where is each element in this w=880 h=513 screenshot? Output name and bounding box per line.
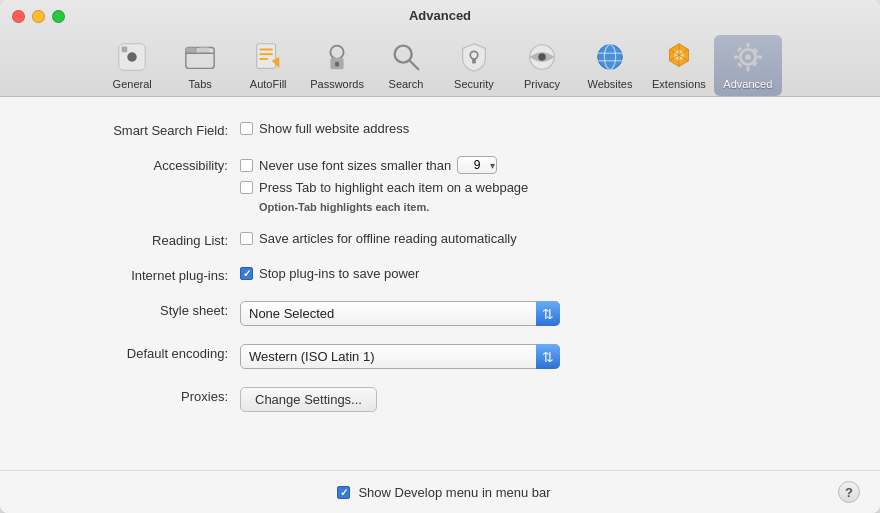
style-sheet-select-wrapper: None Selected ⇅ — [240, 301, 560, 326]
svg-rect-34 — [734, 56, 739, 59]
tabs-icon — [182, 39, 218, 75]
develop-menu-checkbox[interactable] — [337, 486, 350, 499]
proxies-label: Proxies: — [40, 387, 240, 404]
default-encoding-label: Default encoding: — [40, 344, 240, 361]
toolbar-item-extensions[interactable]: Extensions — [644, 35, 714, 96]
svg-point-20 — [538, 53, 546, 61]
svg-rect-4 — [186, 48, 197, 54]
toolbar-item-privacy[interactable]: Privacy — [508, 35, 576, 96]
minimize-button[interactable] — [32, 10, 45, 23]
smart-search-checkbox[interactable] — [240, 122, 253, 135]
toolbar-item-search[interactable]: Search — [372, 35, 440, 96]
reading-list-option-row: Save articles for offline reading automa… — [240, 231, 517, 246]
reading-list-controls: Save articles for offline reading automa… — [240, 231, 517, 246]
default-encoding-row: Default encoding: Western (ISO Latin 1) … — [40, 344, 840, 369]
style-sheet-controls: None Selected ⇅ — [240, 301, 560, 326]
advanced-label: Advanced — [723, 78, 772, 90]
svg-rect-33 — [746, 66, 749, 71]
svg-point-12 — [330, 46, 343, 59]
default-encoding-select[interactable]: Western (ISO Latin 1) Unicode (UTF-8) — [240, 344, 560, 369]
smart-search-label: Smart Search Field: — [40, 121, 240, 138]
svg-rect-18 — [472, 58, 476, 64]
accessibility-label: Accessibility: — [40, 156, 240, 173]
develop-menu-row: Show Develop menu in menu bar — [50, 485, 838, 500]
internet-plugins-label: Internet plug-ins: — [40, 266, 240, 283]
svg-rect-2 — [122, 47, 128, 53]
font-size-checkbox[interactable] — [240, 159, 253, 172]
develop-menu-label: Show Develop menu in menu bar — [358, 485, 550, 500]
svg-line-16 — [410, 61, 419, 70]
autofill-icon — [250, 39, 286, 75]
window-title: Advanced — [409, 8, 471, 23]
font-size-select-wrapper: 9 10 11 12 14 — [457, 156, 497, 174]
reading-list-option-label: Save articles for offline reading automa… — [259, 231, 517, 246]
title-bar: Advanced General — [0, 0, 880, 97]
websites-label: Websites — [587, 78, 632, 90]
content-area: Smart Search Field: Show full website ad… — [0, 97, 880, 470]
change-settings-button[interactable]: Change Settings... — [240, 387, 377, 412]
toolbar-item-autofill[interactable]: AutoFill — [234, 35, 302, 96]
svg-rect-32 — [746, 43, 749, 48]
close-button[interactable] — [12, 10, 25, 23]
autofill-label: AutoFill — [250, 78, 287, 90]
extensions-icon — [661, 39, 697, 75]
security-icon — [456, 39, 492, 75]
internet-plugins-controls: Stop plug-ins to save power — [240, 266, 419, 281]
advanced-icon — [730, 39, 766, 75]
search-icon — [388, 39, 424, 75]
toolbar-item-advanced[interactable]: Advanced — [714, 35, 782, 96]
svg-rect-7 — [257, 44, 276, 69]
smart-search-option-row: Show full website address — [240, 121, 409, 136]
passwords-icon — [319, 39, 355, 75]
default-encoding-controls: Western (ISO Latin 1) Unicode (UTF-8) ⇅ — [240, 344, 560, 369]
general-icon — [114, 39, 150, 75]
toolbar-item-passwords[interactable]: Passwords — [302, 35, 372, 96]
accessibility-row: Accessibility: Never use font sizes smal… — [40, 156, 840, 213]
toolbar-item-tabs[interactable]: Tabs — [166, 35, 234, 96]
accessibility-option2-row: Press Tab to highlight each item on a we… — [240, 180, 528, 195]
press-tab-label: Press Tab to highlight each item on a we… — [259, 180, 528, 195]
proxies-controls: Change Settings... — [240, 387, 377, 412]
font-size-select[interactable]: 9 10 11 12 14 — [457, 156, 497, 174]
style-sheet-label: Style sheet: — [40, 301, 240, 318]
svg-point-31 — [745, 54, 751, 60]
bottom-bar: Show Develop menu in menu bar ? — [0, 470, 880, 513]
svg-rect-14 — [335, 62, 339, 67]
reading-list-label: Reading List: — [40, 231, 240, 248]
svg-rect-5 — [198, 48, 209, 54]
internet-plugins-option-row: Stop plug-ins to save power — [240, 266, 419, 281]
press-tab-checkbox[interactable] — [240, 181, 253, 194]
reading-list-row: Reading List: Save articles for offline … — [40, 231, 840, 248]
privacy-icon — [524, 39, 560, 75]
tabs-label: Tabs — [189, 78, 212, 90]
smart-search-controls: Show full website address — [240, 121, 409, 136]
toolbar-item-security[interactable]: Security — [440, 35, 508, 96]
extensions-label: Extensions — [652, 78, 706, 90]
websites-icon — [592, 39, 628, 75]
toolbar-item-websites[interactable]: Websites — [576, 35, 644, 96]
smart-search-row: Smart Search Field: Show full website ad… — [40, 121, 840, 138]
toolbar-item-general[interactable]: General — [98, 35, 166, 96]
passwords-label: Passwords — [310, 78, 364, 90]
reading-list-checkbox[interactable] — [240, 232, 253, 245]
accessibility-hint: Option-Tab highlights each item. — [259, 201, 528, 213]
style-sheet-select[interactable]: None Selected — [240, 301, 560, 326]
svg-point-1 — [127, 52, 136, 61]
privacy-label: Privacy — [524, 78, 560, 90]
internet-plugins-row: Internet plug-ins: Stop plug-ins to save… — [40, 266, 840, 283]
traffic-lights — [12, 10, 65, 23]
help-button[interactable]: ? — [838, 481, 860, 503]
svg-rect-35 — [757, 56, 762, 59]
accessibility-controls: Never use font sizes smaller than 9 10 1… — [240, 156, 528, 213]
font-size-label: Never use font sizes smaller than — [259, 158, 451, 173]
stop-plugins-label: Stop plug-ins to save power — [259, 266, 419, 281]
style-sheet-row: Style sheet: None Selected ⇅ — [40, 301, 840, 326]
window: Advanced General — [0, 0, 880, 513]
svg-point-21 — [598, 45, 623, 70]
general-label: General — [113, 78, 152, 90]
accessibility-option1-row: Never use font sizes smaller than 9 10 1… — [240, 156, 528, 174]
stop-plugins-checkbox[interactable] — [240, 267, 253, 280]
smart-search-option-label: Show full website address — [259, 121, 409, 136]
maximize-button[interactable] — [52, 10, 65, 23]
search-label: Search — [389, 78, 424, 90]
